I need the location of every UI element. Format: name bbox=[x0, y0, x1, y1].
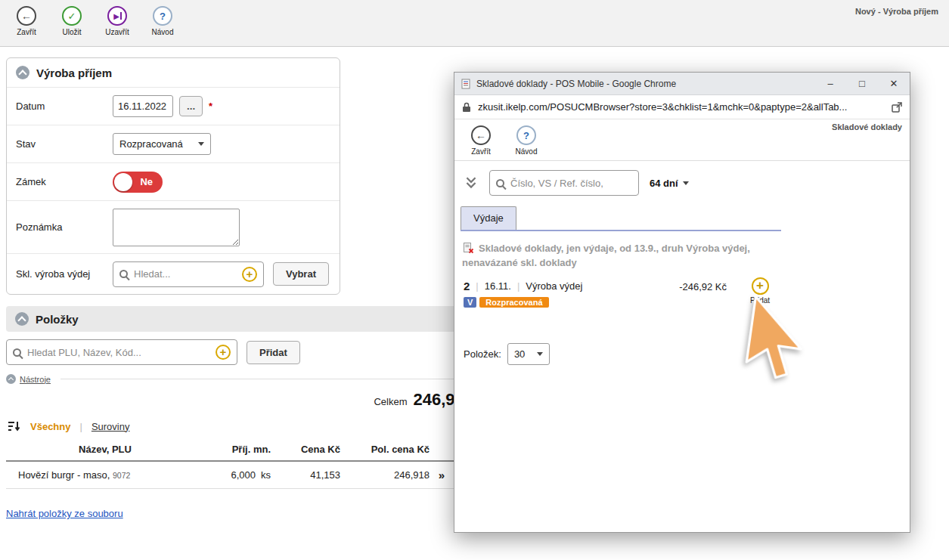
days-select-value: 64 dní bbox=[650, 178, 678, 189]
date-picker-button[interactable]: ... bbox=[179, 96, 203, 116]
pager-row: Položek: 30 bbox=[464, 343, 910, 365]
doc-type: Výroba výdej bbox=[526, 280, 582, 292]
lock-toggle[interactable]: Ne bbox=[113, 172, 163, 193]
tab-expenses[interactable]: Výdaje bbox=[461, 206, 516, 230]
doc-badges: V Rozpracovaná bbox=[464, 297, 910, 308]
date-label: Datum bbox=[16, 101, 113, 112]
popup-close-button[interactable]: Zavřít bbox=[467, 125, 495, 156]
date-input[interactable] bbox=[113, 95, 173, 117]
section-header-items[interactable]: Položky bbox=[6, 306, 469, 332]
cell-name: Hovězí burgr - maso, 9072 bbox=[6, 469, 204, 481]
table-row[interactable]: Hovězí burgr - maso, 9072 6,000ks 41,153… bbox=[6, 462, 454, 489]
doc-number: 2 bbox=[464, 280, 470, 292]
item-name: Hovězí burgr - maso, bbox=[18, 469, 110, 481]
document-row[interactable]: 2 | 16.11. | Výroba výdej -246,92 Kč Při… bbox=[454, 280, 910, 322]
item-plu: 9072 bbox=[113, 471, 130, 480]
popup-help-label: Návod bbox=[516, 147, 538, 156]
status-label: Stav bbox=[16, 138, 113, 150]
table-header: Název, PLU Příj. mn. Cena Kč Pol. cena K… bbox=[6, 440, 454, 462]
cell-qty: 6,000ks bbox=[204, 469, 271, 481]
window-titlebar[interactable]: Skladové doklady - POS Mobile - Google C… bbox=[454, 73, 910, 95]
source-row: Skl. výroba výdej Vybrat bbox=[7, 253, 340, 294]
items-search-input[interactable] bbox=[27, 347, 209, 358]
filter-raw-materials[interactable]: Suroviny bbox=[91, 421, 130, 432]
doc-date: 16.11. bbox=[485, 280, 511, 292]
page-title: Nový - Výroba příjem bbox=[855, 7, 938, 16]
total-row: Celkem 246,92 Kč bbox=[6, 390, 490, 410]
items-search bbox=[6, 339, 237, 365]
close-button-label: Zavřít bbox=[17, 28, 36, 36]
url-bar: zkusit.ikelp.com/POSUCMBrowser?store=3&c… bbox=[454, 95, 910, 119]
doc-amount: -246,92 Kč bbox=[647, 281, 727, 292]
sort-icon[interactable] bbox=[8, 420, 21, 432]
minimize-button[interactable]: – bbox=[814, 73, 846, 95]
tools-link[interactable]: Nástroje bbox=[20, 375, 51, 384]
cell-line-total: 246,918 bbox=[340, 469, 430, 481]
cursor-arrow-icon bbox=[741, 295, 813, 385]
popup-page-title: Skladové doklady bbox=[832, 122, 902, 131]
back-arrow-icon bbox=[471, 125, 491, 145]
status-select-value: Rozpracovaná bbox=[119, 138, 183, 150]
chevron-down-icon bbox=[537, 352, 543, 356]
collapse-up-icon bbox=[15, 312, 29, 326]
popup-search-input[interactable] bbox=[510, 178, 632, 189]
source-search bbox=[113, 261, 264, 287]
upload-items-link[interactable]: Nahrát položky ze souboru bbox=[6, 508, 123, 519]
separator: | bbox=[517, 280, 519, 292]
finalize-button[interactable]: Uzavřít bbox=[103, 6, 132, 36]
divider bbox=[60, 379, 460, 379]
toggle-knob bbox=[114, 173, 132, 191]
chrome-popup-window: Skladové doklady - POS Mobile - Google C… bbox=[454, 72, 910, 533]
select-button[interactable]: Vybrat bbox=[273, 262, 329, 286]
play-icon bbox=[107, 6, 127, 26]
header-line-total: Pol. cena Kč bbox=[340, 444, 430, 455]
popup-filter-row: 64 dní bbox=[454, 161, 910, 196]
url-text: zkusit.ikelp.com/POSUCMBrowser?store=3&c… bbox=[478, 101, 885, 113]
items-filter-row: Všechny | Suroviny bbox=[8, 420, 129, 432]
collapse-up-icon bbox=[16, 66, 29, 79]
item-qty: 6,000 bbox=[231, 469, 256, 481]
save-button[interactable]: Uložit bbox=[57, 6, 86, 36]
source-search-input[interactable] bbox=[134, 268, 236, 280]
window-title: Skladové doklady - POS Mobile - Google C… bbox=[476, 79, 809, 89]
doc-type-badge: V bbox=[464, 297, 476, 308]
open-in-new-icon[interactable] bbox=[892, 102, 902, 113]
status-select[interactable]: Rozpracovaná bbox=[113, 133, 211, 155]
document-x-icon bbox=[462, 242, 474, 254]
days-select[interactable]: 64 dní bbox=[650, 178, 689, 189]
lock-label: Zámek bbox=[16, 176, 113, 187]
filter-all[interactable]: Všechny bbox=[30, 421, 70, 432]
production-receipt-panel: Výroba příjem Datum ... * Stav Rozpracov… bbox=[6, 57, 340, 295]
header-name-plu: Název, PLU bbox=[6, 444, 204, 455]
chevrons-down-icon[interactable] bbox=[464, 175, 479, 190]
expand-row-icon[interactable]: » bbox=[430, 469, 454, 481]
separator: | bbox=[476, 280, 478, 292]
page-size-select[interactable]: 30 bbox=[507, 343, 550, 365]
back-arrow-icon bbox=[17, 6, 36, 26]
help-button[interactable]: Návod bbox=[148, 6, 177, 36]
close-button[interactable]: Zavřít bbox=[12, 6, 41, 36]
maximize-button[interactable]: □ bbox=[846, 73, 878, 95]
filter-info-text: Skladové doklady, jen výdaje, od 13.9., … bbox=[462, 243, 750, 268]
total-label: Celkem bbox=[374, 396, 407, 407]
popup-help-button[interactable]: Návod bbox=[512, 125, 541, 156]
required-asterisk: * bbox=[209, 101, 212, 112]
note-textarea[interactable] bbox=[113, 209, 240, 246]
tab-strip: Výdaje bbox=[461, 206, 781, 231]
items-section-title: Položky bbox=[36, 313, 79, 326]
finalize-button-label: Uzavřít bbox=[105, 28, 129, 36]
window-close-button[interactable]: ✕ bbox=[878, 73, 910, 95]
add-item-button[interactable]: Přidat bbox=[247, 341, 300, 364]
help-button-label: Návod bbox=[152, 28, 174, 36]
tools-row: Nástroje bbox=[6, 374, 460, 384]
note-row: Poznámka bbox=[7, 200, 340, 253]
date-row: Datum ... * bbox=[7, 87, 340, 125]
items-table: Název, PLU Příj. mn. Cena Kč Pol. cena K… bbox=[6, 440, 454, 489]
save-button-label: Uložit bbox=[62, 28, 81, 36]
add-item-icon[interactable] bbox=[216, 345, 231, 360]
add-source-icon[interactable] bbox=[242, 267, 257, 282]
window-controls: – □ ✕ bbox=[814, 73, 910, 95]
popup-search bbox=[489, 170, 639, 196]
section-header-production-receipt[interactable]: Výroba příjem bbox=[7, 58, 340, 87]
add-plus-icon bbox=[752, 277, 769, 295]
